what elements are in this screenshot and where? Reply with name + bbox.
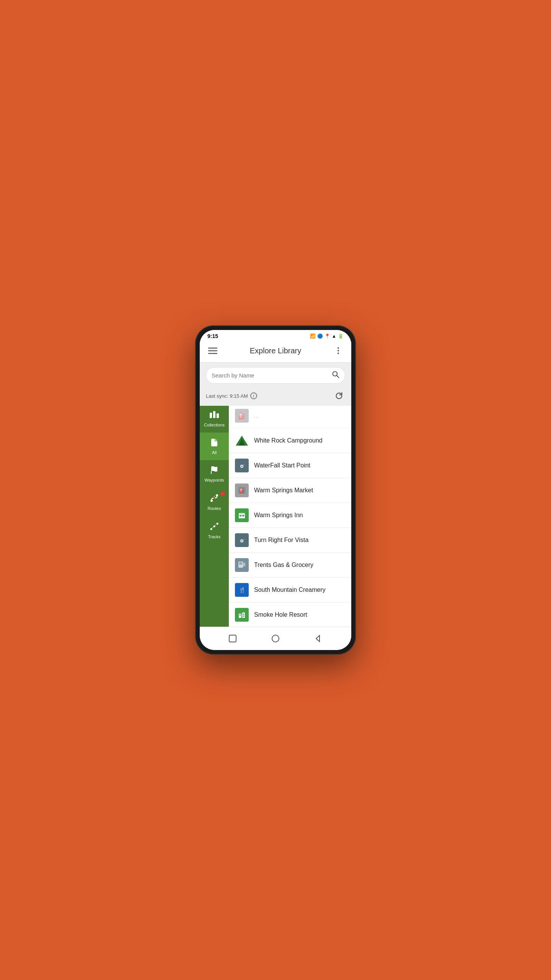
svg-line-18 [211, 526, 214, 529]
home-nav-button[interactable] [268, 631, 283, 646]
svg-rect-8 [210, 413, 212, 418]
status-icons: 📶 🔵 📍 ▲ 🔋 [310, 333, 344, 339]
svg-rect-9 [213, 411, 215, 418]
sidebar-item-waypoints[interactable]: Waypoints [200, 460, 229, 488]
svg-point-3 [337, 347, 339, 349]
sync-info: Last sync: 9:15 AM i [206, 392, 257, 399]
search-button[interactable] [332, 371, 339, 380]
svg-rect-33 [242, 515, 244, 516]
gas-icon [235, 558, 249, 572]
location-icon: 📍 [324, 333, 330, 339]
sync-label: Last sync: 9:15 AM [206, 393, 248, 399]
svg-line-7 [337, 376, 339, 377]
food-icon: 🍴 [235, 583, 249, 597]
svg-rect-26 [240, 462, 243, 464]
list-item[interactable]: Smoke Hole Resort [229, 603, 351, 627]
tracks-icon [209, 521, 219, 533]
svg-point-5 [337, 353, 339, 354]
svg-text:⛽: ⛽ [239, 488, 245, 493]
status-bar: 9:15 📶 🔵 📍 ▲ 🔋 [200, 330, 351, 341]
item-name: Turn Right For Vista [254, 536, 345, 544]
top-bar: Explore Library [200, 341, 351, 363]
all-icon [210, 438, 219, 449]
refresh-button[interactable] [333, 390, 345, 402]
routes-icon [209, 493, 219, 505]
page-title: Explore Library [250, 346, 302, 355]
svg-rect-49 [240, 614, 241, 616]
svg-point-12 [210, 500, 213, 502]
main-content: Collections All [200, 406, 351, 627]
svg-rect-41 [239, 562, 242, 565]
svg-point-37 [241, 540, 243, 542]
item-icon: ⛽ [235, 409, 249, 423]
svg-rect-51 [243, 616, 244, 617]
collections-icon [209, 411, 219, 421]
svg-rect-34 [239, 513, 245, 514]
back-nav-button[interactable] [311, 631, 326, 646]
more-options-button[interactable] [331, 344, 345, 358]
sidebar-item-collections[interactable]: Collections [200, 406, 229, 433]
item-name: WaterFall Start Point [254, 462, 345, 470]
list-item[interactable]: Turn Right For Vista [229, 528, 351, 553]
battery-icon: 🔋 [338, 333, 344, 339]
hotel-wrap [235, 508, 249, 522]
svg-rect-10 [217, 413, 219, 418]
svg-marker-64 [316, 635, 320, 642]
svg-rect-32 [240, 515, 241, 516]
list-item[interactable]: ⛽ ... [229, 406, 351, 428]
square-nav-button[interactable] [225, 631, 240, 646]
info-button[interactable]: i [250, 392, 257, 399]
sidebar-item-tracks[interactable]: Tracks [200, 516, 229, 544]
vista-icon [235, 533, 249, 547]
svg-point-63 [272, 635, 279, 642]
item-name: South Mountain Creamery [254, 586, 345, 594]
sidebar-item-all[interactable]: All [200, 433, 229, 460]
svg-rect-1 [208, 350, 217, 351]
svg-rect-50 [243, 614, 244, 615]
search-box [206, 367, 345, 384]
list-item[interactable]: Warm Springs Inn [229, 503, 351, 528]
svg-rect-0 [208, 348, 217, 349]
list-item[interactable]: WaterFall Start Point [229, 453, 351, 478]
market-icon: ⛽ [235, 483, 249, 497]
list-item[interactable]: White Rock Campground [229, 428, 351, 453]
list-item[interactable]: Trents Gas & Grocery [229, 553, 351, 578]
hotel-icon [235, 508, 249, 522]
svg-point-13 [216, 494, 218, 497]
sidebar-item-routes[interactable]: Routes [200, 488, 229, 516]
waypoints-icon [210, 466, 219, 476]
list-area: ⛽ ... White Rock Campground [229, 406, 351, 627]
svg-rect-2 [208, 353, 217, 354]
resort-wrap [235, 608, 249, 622]
list-item[interactable]: 🍴 South Mountain Creamery [229, 578, 351, 603]
camera-icon [235, 459, 249, 472]
item-name: Warm Springs Market [254, 487, 345, 495]
phone-frame: 9:15 📶 🔵 📍 ▲ 🔋 Explore Library [195, 325, 356, 655]
resort-icon [235, 608, 249, 622]
routes-label: Routes [208, 506, 221, 511]
sidebar: Collections All [200, 406, 229, 627]
svg-rect-62 [229, 635, 236, 642]
svg-point-14 [214, 497, 215, 499]
item-name: White Rock Campground [254, 437, 345, 445]
svg-rect-47 [239, 614, 241, 618]
camera-wrap2 [235, 533, 249, 547]
list-item[interactable]: ⛽ Warm Springs Market [229, 478, 351, 503]
item-name: Trents Gas & Grocery [254, 561, 345, 569]
item-name: Warm Springs Inn [254, 511, 345, 519]
sync-bar: Last sync: 9:15 AM i [200, 387, 351, 406]
menu-button[interactable] [206, 344, 220, 358]
bottom-nav [200, 627, 351, 650]
camera-wrap [235, 459, 249, 472]
search-input[interactable] [212, 372, 332, 379]
food-wrap: 🍴 [235, 583, 249, 597]
bluetooth-icon: 🔵 [317, 333, 323, 339]
tracks-label: Tracks [208, 534, 221, 539]
all-label: All [212, 450, 217, 455]
svg-line-19 [214, 524, 217, 526]
waypoints-label: Waypoints [205, 478, 224, 482]
svg-rect-22 [241, 443, 243, 446]
svg-point-25 [241, 466, 243, 467]
svg-point-39 [244, 539, 245, 540]
routes-badge [220, 492, 225, 496]
